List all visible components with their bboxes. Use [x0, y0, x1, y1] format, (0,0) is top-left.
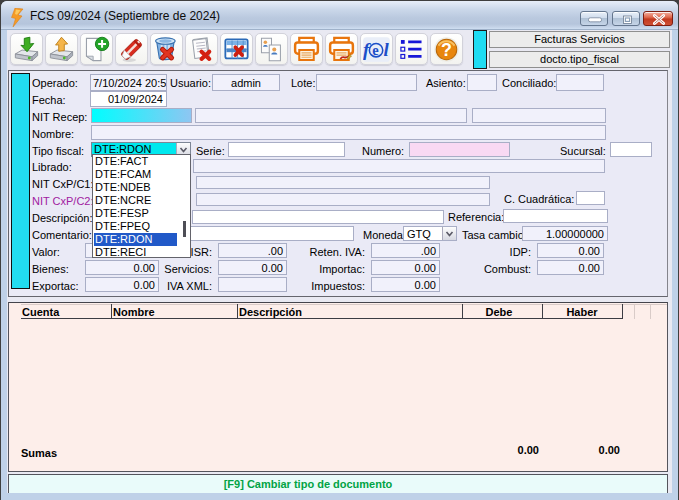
- svg-text:?: ?: [441, 40, 452, 60]
- svg-text:l: l: [383, 39, 389, 60]
- svg-text:e: e: [372, 42, 379, 58]
